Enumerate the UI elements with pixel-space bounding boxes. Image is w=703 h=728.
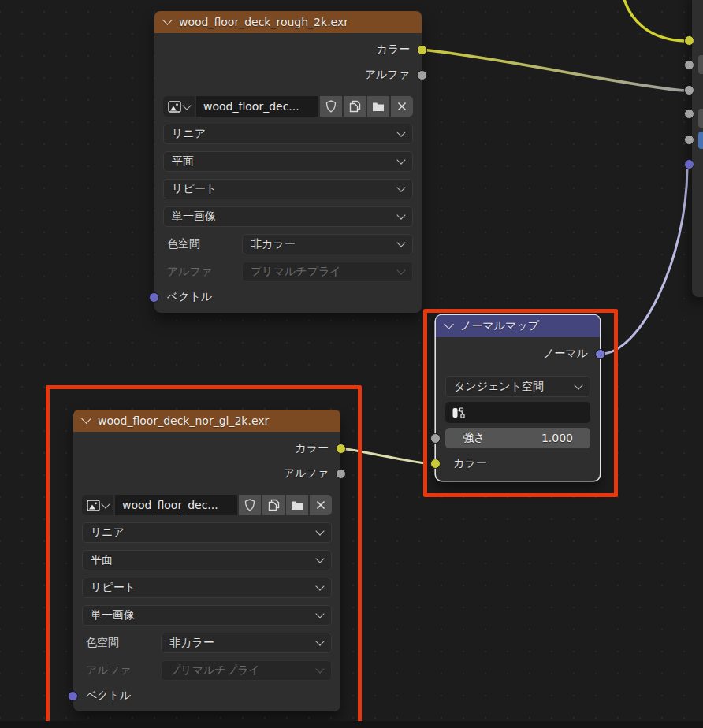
color-space-dropdown[interactable]: 非カラー [242, 234, 413, 254]
image-name-field[interactable]: wood_floor_dec... [196, 96, 318, 117]
right-node-widget-sliver[interactable] [698, 109, 703, 128]
alpha-output-socket[interactable] [417, 70, 427, 80]
shield-icon [244, 499, 255, 511]
chevron-down-icon [396, 210, 405, 219]
right-node-input-socket-2[interactable] [684, 60, 694, 70]
extension-value: リピート [172, 182, 217, 196]
strength-slider[interactable]: 強さ 1.000 [445, 428, 590, 448]
right-node-input-socket-4[interactable] [684, 109, 694, 119]
node-partial-right[interactable] [692, 0, 703, 297]
node-title: ノーマルマップ [460, 319, 539, 333]
input-label-vector: ベクトル [86, 689, 131, 703]
output-row-alpha: アルファ [154, 63, 422, 87]
image-icon [168, 101, 181, 113]
color-space-value: 非カラー [251, 237, 296, 251]
image-browse-row: wood_floor_dec... [163, 96, 413, 117]
unlink-image-button[interactable] [310, 495, 332, 515]
link-offscreen-to-yellow-socket [623, 0, 684, 41]
duplicate-image-button[interactable] [344, 96, 366, 117]
alpha-mode-label: アルファ [163, 265, 242, 279]
color-output-socket[interactable] [417, 45, 427, 55]
node-image-texture-normal[interactable]: wood_floor_deck_nor_gl_2k.exr カラー アルファ w… [73, 410, 340, 711]
output-row-normal: ノーマル [436, 342, 600, 366]
extension-dropdown[interactable]: リピート [163, 179, 413, 199]
extension-value: リピート [91, 581, 136, 595]
color-output-socket[interactable] [336, 444, 346, 454]
image-name-field[interactable]: wood_floor_dec... [115, 495, 237, 515]
right-node-input-socket-5[interactable] [684, 135, 694, 145]
output-label-color: カラー [376, 43, 410, 57]
link-rough-color-to-right-node [422, 50, 684, 91]
alpha-mode-value: プリマルチプライ [251, 265, 341, 279]
chevron-down-icon [315, 637, 324, 645]
normal-output-socket[interactable] [595, 349, 605, 359]
output-row-color: カラー [73, 436, 340, 460]
output-label-color: カラー [295, 441, 329, 455]
fake-user-button[interactable] [320, 96, 342, 117]
input-label-color: カラー [453, 456, 487, 470]
output-label-normal: ノーマル [543, 347, 588, 361]
projection-dropdown[interactable]: 平面 [163, 151, 413, 172]
right-node-widget-sliver[interactable] [698, 55, 703, 74]
color-space-value: 非カラー [169, 636, 214, 650]
chevron-down-icon [315, 526, 324, 535]
image-browse-button[interactable] [82, 495, 113, 515]
strength-input-socket[interactable] [430, 433, 441, 444]
projection-value: 平面 [91, 553, 113, 567]
unlink-image-button[interactable] [391, 96, 413, 117]
vector-input-socket[interactable] [68, 691, 78, 701]
open-image-button[interactable] [286, 495, 308, 515]
source-value: 単一画像 [172, 210, 216, 224]
output-label-alpha: アルファ [284, 466, 329, 481]
alpha-output-socket[interactable] [336, 469, 346, 479]
alpha-mode-dropdown: プリマルチプライ [161, 660, 332, 681]
collapse-chevron-icon[interactable] [444, 319, 454, 329]
node-normal-map[interactable]: ノーマルマップ ノーマル タンジェント空間 強さ 1.000 [436, 315, 600, 481]
node-image-texture-rough[interactable]: wood_floor_deck_rough_2k.exr カラー アルファ wo… [154, 11, 422, 313]
color-space-row: 色空間 非カラー [82, 633, 332, 653]
chevron-down-icon [396, 128, 405, 136]
source-value: 単一画像 [91, 608, 135, 622]
right-node-input-socket-1[interactable] [684, 35, 694, 46]
open-image-button[interactable] [367, 96, 389, 117]
vector-input-socket[interactable] [149, 292, 159, 303]
node-title: wood_floor_deck_rough_2k.exr [179, 16, 348, 28]
extension-dropdown[interactable]: リピート [82, 578, 332, 598]
duplicate-image-button[interactable] [262, 495, 285, 515]
color-space-dropdown[interactable]: 非カラー [161, 633, 332, 653]
space-dropdown[interactable]: タンジェント空間 [445, 376, 590, 397]
copy-pages-icon [268, 499, 280, 511]
strength-row: 強さ 1.000 [436, 428, 600, 448]
chevron-down-icon [396, 155, 405, 164]
alpha-mode-row: アルファ プリマルチプライ [163, 262, 413, 282]
fake-user-button[interactable] [239, 495, 261, 515]
alpha-mode-value: プリマルチプライ [169, 663, 260, 678]
chevron-down-icon [396, 266, 405, 274]
uv-map-field[interactable] [445, 402, 590, 423]
chevron-down-icon [315, 581, 324, 590]
source-dropdown[interactable]: 単一画像 [82, 605, 332, 626]
link-normalmap-to-right-node [600, 169, 687, 354]
chevron-down-icon [315, 609, 324, 618]
collapse-chevron-icon[interactable] [81, 414, 91, 424]
chevron-down-icon [315, 664, 324, 673]
image-browse-button[interactable] [163, 96, 195, 117]
color-space-label: 色空間 [163, 237, 242, 251]
source-dropdown[interactable]: 単一画像 [163, 206, 413, 227]
close-icon [316, 500, 325, 510]
image-browse-row: wood_floor_dec... [82, 495, 332, 515]
right-node-blue-slider-sliver[interactable] [698, 132, 703, 149]
color-space-row: 色空間 非カラー [163, 234, 413, 254]
interpolation-dropdown[interactable]: リニア [163, 124, 413, 144]
collapse-chevron-icon[interactable] [162, 15, 173, 25]
interpolation-dropdown[interactable]: リニア [82, 522, 332, 543]
right-node-input-socket-6[interactable] [684, 159, 694, 169]
close-icon [397, 102, 407, 111]
node-header[interactable]: wood_floor_deck_rough_2k.exr [154, 11, 422, 33]
color-input-socket[interactable] [430, 459, 441, 469]
node-header[interactable]: ノーマルマップ [436, 315, 600, 337]
node-header[interactable]: wood_floor_deck_nor_gl_2k.exr [73, 410, 340, 432]
right-node-input-socket-3[interactable] [684, 85, 694, 95]
projection-dropdown[interactable]: 平面 [82, 550, 332, 570]
chevron-down-icon [396, 238, 405, 247]
